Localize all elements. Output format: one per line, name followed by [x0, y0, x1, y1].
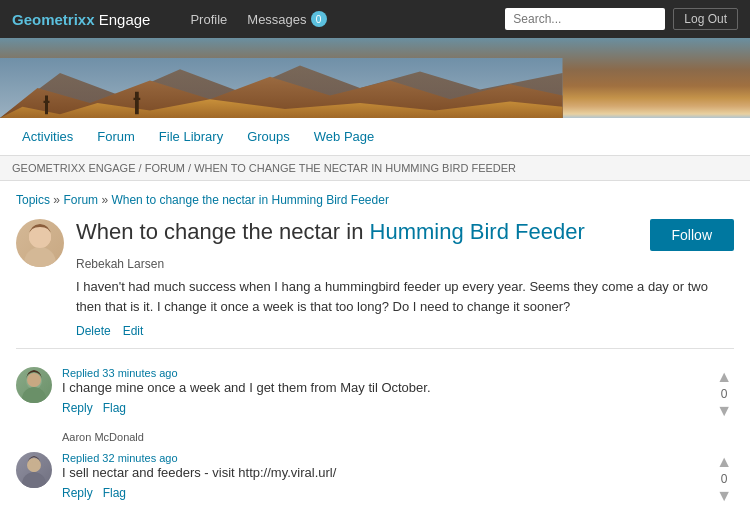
svg-point-10	[29, 226, 51, 248]
site-logo: Geometrixx Engage	[12, 11, 150, 28]
reply-1-reply-link[interactable]: Reply	[62, 401, 93, 415]
reply-item: Replied 33 minutes ago I change mine onc…	[16, 359, 734, 429]
breadcrumb-forum[interactable]: FORUM	[145, 162, 185, 174]
delete-link[interactable]: Delete	[76, 324, 111, 338]
svg-rect-7	[134, 98, 141, 100]
reply-1-body: I change mine once a week and I get them…	[62, 379, 704, 397]
post-author-avatar	[16, 219, 64, 267]
top-right: Log Out	[505, 8, 738, 30]
reply-2-upvote-button[interactable]: ▲	[714, 452, 734, 472]
reply-1-author-name: Aaron McDonald	[62, 431, 144, 443]
messages-link[interactable]: Messages 0	[239, 11, 334, 27]
svg-point-13	[27, 373, 41, 387]
reply-2-time: Replied 32 minutes ago	[62, 452, 704, 464]
reply-2-downvote-button[interactable]: ▼	[714, 486, 734, 506]
reply-1-author-row: Aaron McDonald	[16, 429, 734, 444]
svg-point-12	[22, 387, 46, 403]
reply-1-vote-count: 0	[721, 387, 728, 401]
reply-1-time: Replied 33 minutes ago	[62, 367, 704, 379]
breadcrumb-home[interactable]: GEOMETRIXX ENGAGE	[12, 162, 135, 174]
reply-2-flag-link[interactable]: Flag	[103, 486, 126, 500]
search-input[interactable]	[505, 8, 665, 30]
messages-badge: 0	[311, 11, 327, 27]
post-content: When to change the nectar in Humming Bir…	[76, 219, 734, 338]
reply-2-vote-count: 0	[721, 472, 728, 486]
svg-rect-4	[45, 96, 48, 115]
nav-activities[interactable]: Activities	[12, 121, 83, 152]
edit-link[interactable]: Edit	[123, 324, 144, 338]
breadcrumb: GEOMETRIXX ENGAGE / FORUM / WHEN TO CHAN…	[0, 156, 750, 181]
divider-1	[16, 348, 734, 349]
nav-web-page[interactable]: Web Page	[304, 121, 384, 152]
top-nav: Profile Messages 0	[182, 11, 334, 27]
svg-rect-5	[44, 101, 50, 103]
reply-2-avatar	[16, 452, 52, 488]
post-body: I haven't had much success when I hang a…	[76, 277, 734, 316]
reply-2-content: Replied 32 minutes ago I sell nectar and…	[62, 452, 704, 500]
nav-file-library[interactable]: File Library	[149, 121, 233, 152]
original-post: When to change the nectar in Humming Bir…	[16, 219, 734, 338]
post-author-name: Rebekah Larsen	[76, 257, 734, 271]
logout-button[interactable]: Log Out	[673, 8, 738, 30]
reply-1-flag-link[interactable]: Flag	[103, 401, 126, 415]
svg-point-16	[29, 462, 39, 472]
breadcrumb-current: WHEN TO CHANGE THE NECTAR IN HUMMING BIR…	[194, 162, 516, 174]
post-actions: Delete Edit	[76, 324, 734, 338]
reply-2-reply-link[interactable]: Reply	[62, 486, 93, 500]
reply-2-actions: Reply Flag	[62, 486, 704, 500]
reply-1-vote-controls: ▲ 0 ▼	[714, 367, 734, 421]
post-title-link[interactable]: When to change the nectar in Humming Bir…	[111, 193, 388, 207]
reply-2-item: Replied 32 minutes ago I sell nectar and…	[16, 444, 734, 513]
main-nav: Activities Forum File Library Groups Web…	[0, 118, 750, 156]
topic-nav: Topics » Forum » When to change the nect…	[16, 193, 734, 207]
reply-1-downvote-button[interactable]: ▼	[714, 401, 734, 421]
reply-1-upvote-button[interactable]: ▲	[714, 367, 734, 387]
reply-1-actions: Reply Flag	[62, 401, 704, 415]
post-title: When to change the nectar in Humming Bir…	[76, 219, 585, 245]
profile-link[interactable]: Profile	[182, 12, 235, 27]
content-area: Topics » Forum » When to change the nect…	[0, 181, 750, 513]
topics-link[interactable]: Topics	[16, 193, 50, 207]
svg-point-9	[24, 247, 56, 267]
follow-button[interactable]: Follow	[650, 219, 734, 251]
nav-groups[interactable]: Groups	[237, 121, 300, 152]
reply-2-body: I sell nectar and feeders - visit http:/…	[62, 464, 704, 482]
svg-rect-6	[135, 92, 139, 115]
nav-forum[interactable]: Forum	[87, 121, 145, 152]
reply-1-content: Replied 33 minutes ago I change mine onc…	[62, 367, 704, 415]
top-bar: Geometrixx Engage Profile Messages 0 Log…	[0, 0, 750, 38]
reply-1-avatar	[16, 367, 52, 403]
forum-link[interactable]: Forum	[63, 193, 98, 207]
hero-banner	[0, 38, 750, 118]
reply-2-vote-controls: ▲ 0 ▼	[714, 452, 734, 506]
svg-point-14	[22, 472, 46, 488]
